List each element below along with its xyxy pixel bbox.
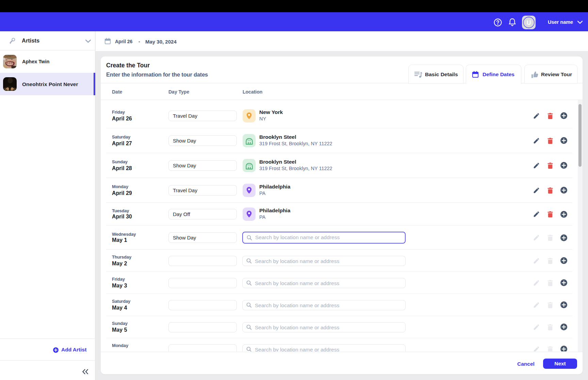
svg-text:U: U [527,19,531,26]
